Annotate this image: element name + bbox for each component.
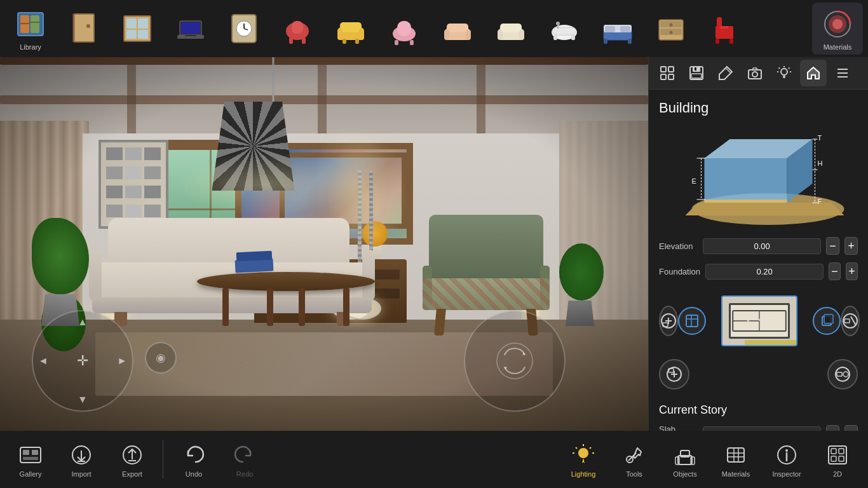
foundation-row: Foundation − + (649, 259, 868, 284)
story-settings-btn[interactable] (827, 359, 858, 390)
svg-rect-52 (620, 26, 630, 32)
svg-rect-29 (342, 39, 346, 44)
story-actions-row2 (649, 353, 868, 396)
bathtub-item[interactable] (539, 3, 590, 55)
select-tool-btn[interactable] (654, 60, 681, 86)
clock-item[interactable] (219, 3, 269, 55)
window-icon (119, 11, 155, 46)
door-item[interactable] (58, 3, 109, 55)
objects-btn[interactable]: Objects (660, 433, 710, 485)
list-btn[interactable] (829, 60, 856, 86)
navigation-pad[interactable]: ✛ ▲ ▼ ◄ ► (32, 310, 133, 412)
laptop-icon (173, 11, 208, 46)
floor-plan-thumbnail[interactable] (721, 295, 797, 346)
svg-rect-42 (519, 30, 524, 40)
sofa-peach-icon (440, 11, 475, 46)
camera-btn[interactable] (742, 60, 768, 86)
svg-rect-14 (181, 22, 200, 34)
svg-rect-70 (668, 67, 674, 72)
svg-rect-38 (466, 30, 471, 40)
materials-bottom-btn[interactable]: Materials (710, 433, 761, 485)
top-toolbar: Library (0, 0, 868, 57)
library-button[interactable]: Library (5, 3, 56, 55)
sofa-peach-item[interactable] (432, 3, 483, 55)
zoom-button[interactable]: ◉ (145, 342, 177, 374)
bed-item[interactable] (592, 3, 643, 55)
elevation-plus-btn[interactable]: + (844, 237, 858, 255)
svg-rect-24 (302, 37, 306, 44)
story-actions-row (649, 284, 868, 358)
sofa-cream-icon (493, 11, 529, 46)
objects-label: Objects (673, 470, 696, 478)
redo-btn[interactable]: Redo (219, 433, 270, 485)
foundation-input[interactable] (705, 264, 824, 280)
gallery-btn[interactable]: Gallery (5, 433, 56, 485)
2d-btn[interactable]: 2D (812, 433, 863, 485)
svg-rect-5 (74, 14, 94, 42)
svg-rect-3 (20, 23, 29, 24)
library-icon (13, 6, 48, 42)
sofa-cream-item[interactable] (485, 3, 536, 55)
light-btn[interactable] (771, 60, 797, 86)
slab-thickness-row: Slab Thickness − + (649, 421, 868, 431)
rotate-pad[interactable] (464, 310, 566, 412)
slab-plus-btn[interactable]: + (844, 425, 858, 431)
delete-story-btn[interactable] (841, 306, 860, 336)
export-btn[interactable]: Export (107, 433, 158, 485)
undo-btn[interactable]: Undo (168, 433, 219, 485)
laptop-item[interactable] (165, 3, 216, 55)
svg-point-153 (785, 449, 788, 452)
save-btn[interactable] (683, 60, 710, 86)
foundation-plus-btn[interactable]: + (846, 262, 858, 280)
svg-rect-10 (138, 18, 148, 29)
svg-line-138 (576, 447, 577, 449)
svg-line-118 (851, 316, 856, 325)
materials-button[interactable]: Materials (812, 3, 863, 55)
inspector-btn[interactable]: Inspector (761, 433, 812, 485)
svg-point-80 (781, 69, 787, 75)
sofa-yellow-item[interactable] (325, 3, 376, 55)
paint-btn[interactable] (712, 60, 739, 86)
materials-label: Materials (824, 43, 852, 51)
main-3d-view[interactable]: ✛ ▲ ▼ ◄ ► ◉ (0, 57, 648, 431)
svg-rect-4 (31, 22, 39, 23)
slab-thickness-input[interactable] (703, 426, 821, 431)
gallery-icon (17, 441, 44, 469)
dresser-top-item[interactable] (646, 3, 696, 55)
library-label: Library (20, 43, 41, 51)
chair-red2-item[interactable] (699, 3, 750, 55)
window-item[interactable] (112, 3, 163, 55)
svg-rect-30 (355, 39, 359, 44)
svg-rect-44 (552, 27, 576, 35)
add-story-below-btn[interactable] (659, 359, 689, 390)
building-title: Building (649, 90, 868, 121)
materials-bottom-label: Materials (722, 470, 750, 478)
wall-decoration-left (98, 140, 168, 229)
clock-icon (226, 11, 262, 46)
home-btn[interactable] (800, 60, 827, 86)
copy-floor-plan-btn[interactable] (813, 307, 841, 335)
svg-rect-126 (20, 447, 41, 463)
svg-text:H: H (818, 159, 823, 167)
import-btn[interactable]: Import (56, 433, 107, 485)
svg-rect-106 (686, 315, 698, 327)
add-floor-plan-btn[interactable] (678, 307, 706, 335)
elevation-input[interactable] (703, 238, 821, 254)
chair-red-item[interactable] (272, 3, 323, 55)
foundation-minus-btn[interactable]: − (829, 262, 841, 280)
svg-rect-23 (289, 37, 293, 44)
coffee-table[interactable] (197, 272, 375, 336)
slab-minus-btn[interactable]: − (826, 425, 839, 431)
inspector-label: Inspector (772, 470, 801, 478)
elevation-minus-btn[interactable]: − (826, 237, 839, 255)
redo-label: Redo (236, 470, 253, 478)
lighting-btn[interactable]: Lighting (558, 433, 609, 485)
gallery-label: Gallery (20, 470, 42, 478)
svg-rect-71 (661, 74, 666, 79)
chair-pink-item[interactable] (379, 3, 430, 55)
tools-btn[interactable]: Tools (609, 433, 660, 485)
svg-marker-86 (705, 158, 787, 203)
add-story-above-btn[interactable] (659, 306, 678, 336)
chair-red-icon (280, 11, 315, 46)
undo-icon (180, 441, 208, 469)
